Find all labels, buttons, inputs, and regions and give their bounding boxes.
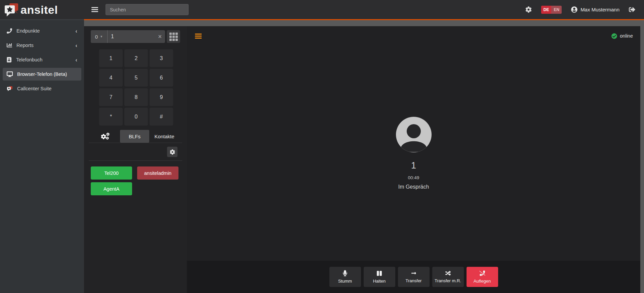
dialpad-key-4[interactable]: 4 <box>99 69 123 87</box>
lang-en-button[interactable]: EN <box>551 6 562 14</box>
microphone-icon <box>343 270 347 276</box>
call-state: Im Gespräch <box>398 184 429 190</box>
tab-kontakte[interactable]: Kontakte <box>149 130 179 143</box>
dialpad-toggle-button[interactable] <box>167 30 180 43</box>
search-input[interactable] <box>106 4 189 15</box>
dialpad-key-hash[interactable]: # <box>150 108 173 126</box>
address-book-icon <box>7 57 12 62</box>
topbar: ansitel DE EN Max Mustermann <box>0 0 644 19</box>
arrow-right-icon <box>411 271 417 276</box>
sidebar-item-label: Callcenter Suite <box>17 86 51 91</box>
blf-button-tel200[interactable]: Tel200 <box>91 166 132 180</box>
phone-slash-icon <box>479 270 486 276</box>
dialpad: 1 2 3 4 5 6 7 8 9 * 0 # <box>99 49 187 126</box>
sidebar-item-label: Reports <box>16 43 34 48</box>
number-input[interactable] <box>108 34 158 40</box>
number-input-group: 0 ▼ × <box>91 30 165 43</box>
dialpad-key-6[interactable]: 6 <box>150 69 173 87</box>
dialpad-key-star[interactable]: * <box>99 108 123 126</box>
language-switch: DE EN <box>541 6 562 14</box>
tab-blfs[interactable]: BLFs <box>120 130 149 143</box>
control-label: Transfer m.R. <box>435 278 461 283</box>
sidebar-item-endpunkte[interactable]: Endpunkte ‹ <box>3 25 81 37</box>
sidebar-item-browser-telefon[interactable]: Browser-Telefon (Beta) <box>3 68 81 81</box>
blf-button-ansiteladmin[interactable]: ansiteladmin <box>137 166 178 180</box>
topbar-right: DE EN Max Mustermann <box>525 6 644 14</box>
dialpad-key-7[interactable]: 7 <box>99 88 123 106</box>
desktop-icon <box>7 71 13 77</box>
hold-button[interactable]: Halten <box>364 267 395 287</box>
logout-button[interactable] <box>629 6 635 13</box>
chevron-left-icon: ‹ <box>75 43 77 48</box>
mute-button[interactable]: Stumm <box>329 267 361 287</box>
sidebar-item-reports[interactable]: Reports ‹ <box>3 39 81 52</box>
blf-settings-button[interactable] <box>167 147 177 157</box>
content-area: 0 ▼ × 1 2 3 4 5 6 7 <box>84 20 644 293</box>
prefix-select[interactable]: 0 ▼ <box>91 30 108 43</box>
chevron-left-icon: ‹ <box>75 28 77 34</box>
call-menu-button[interactable] <box>195 33 202 40</box>
caret-down-icon: ▼ <box>100 35 103 38</box>
status-label: online <box>620 33 633 39</box>
user-name: Max Mustermann <box>580 7 619 12</box>
lang-de-button[interactable]: DE <box>541 6 552 14</box>
sidebar-toggle-button[interactable] <box>91 6 98 13</box>
caller-id: 1 <box>411 160 416 171</box>
cogs-icon[interactable] <box>101 133 110 140</box>
app-logo[interactable]: ansitel <box>0 3 84 17</box>
dialer-panel: 0 ▼ × 1 2 3 4 5 6 7 <box>84 26 187 293</box>
check-circle-icon <box>611 33 617 39</box>
call-controls: Stumm Halten Transfer Transfer m.R. <box>187 261 640 293</box>
user-circle-icon <box>571 6 577 13</box>
sidebar-item-callcenter-suite[interactable]: Callcenter Suite <box>3 82 81 95</box>
pause-icon <box>377 271 382 276</box>
clear-number-icon[interactable]: × <box>158 34 165 40</box>
dialpad-key-9[interactable]: 9 <box>150 88 173 106</box>
menu-icon <box>195 34 202 35</box>
control-label: Halten <box>373 279 386 284</box>
person-icon <box>396 117 432 152</box>
prefix-value: 0 <box>95 34 98 40</box>
blf-list: Tel200 ansiteladmin AgentA <box>91 166 180 195</box>
settings-gear-icon[interactable] <box>525 6 532 13</box>
call-panel: online 1 00:49 Im Gespräch Stumm <box>187 26 640 293</box>
connection-status: online <box>611 33 633 39</box>
chart-bar-icon <box>7 43 12 48</box>
sidebar-item-label: Browser-Telefon (Beta) <box>17 71 67 77</box>
menu-icon <box>91 7 98 8</box>
shuffle-icon <box>445 271 451 276</box>
sidebar-item-label: Telefonbuch <box>16 57 42 62</box>
user-menu[interactable]: Max Mustermann <box>571 6 619 13</box>
logo-text: ansitel <box>21 4 58 15</box>
attended-transfer-button[interactable]: Transfer m.R. <box>432 267 464 287</box>
hangup-button[interactable]: Auflegen <box>467 267 498 287</box>
callcenter-logo-icon <box>7 86 13 91</box>
dialpad-key-0[interactable]: 0 <box>124 108 148 126</box>
dialpad-key-3[interactable]: 3 <box>150 49 173 67</box>
call-duration: 00:49 <box>408 175 419 180</box>
ansitel-logo-icon <box>4 3 19 17</box>
avatar <box>396 117 432 152</box>
call-body: 1 00:49 Im Gespräch <box>187 46 640 261</box>
transfer-button[interactable]: Transfer <box>398 267 430 287</box>
control-label: Stumm <box>338 279 352 284</box>
sidebar-item-telefonbuch[interactable]: Telefonbuch ‹ <box>3 53 81 66</box>
gear-icon <box>170 149 175 155</box>
sidebar-item-label: Endpunkte <box>16 28 40 34</box>
call-header: online <box>187 26 640 46</box>
sidebar: Endpunkte ‹ Reports ‹ Telefonbuch ‹ Brow… <box>0 20 84 293</box>
dialpad-grid-icon <box>169 33 178 41</box>
blf-button-agenta[interactable]: AgentA <box>91 182 132 195</box>
phone-icon <box>7 28 12 34</box>
sign-out-icon <box>629 6 635 13</box>
control-label: Transfer <box>406 278 422 283</box>
dialpad-key-1[interactable]: 1 <box>99 49 123 67</box>
chevron-left-icon: ‹ <box>75 57 77 63</box>
blf-tabs-row: BLFs Kontakte <box>84 130 187 143</box>
dialpad-key-5[interactable]: 5 <box>124 69 148 87</box>
dialpad-key-2[interactable]: 2 <box>124 49 148 67</box>
divider <box>89 160 182 161</box>
control-label: Auflegen <box>474 279 491 284</box>
dialpad-key-8[interactable]: 8 <box>124 88 148 106</box>
